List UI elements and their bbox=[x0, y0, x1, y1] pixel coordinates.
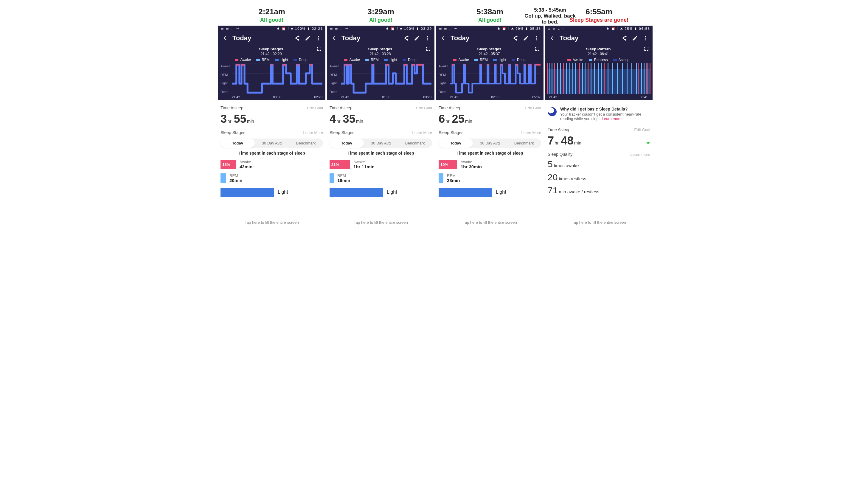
back-icon[interactable] bbox=[549, 35, 555, 42]
sleep-stage-chart[interactable]: 21:4200:0002:20 bbox=[232, 63, 322, 99]
y-axis: AwakeREM LightDeep bbox=[220, 63, 232, 99]
learn-more-link[interactable]: Learn More bbox=[413, 130, 432, 135]
edit-icon[interactable] bbox=[632, 35, 638, 42]
share-icon[interactable] bbox=[621, 35, 627, 42]
time-asleep-label: Time Asleep bbox=[220, 106, 244, 110]
edit-goal-link[interactable]: Edit Goal bbox=[416, 106, 432, 110]
more-icon[interactable] bbox=[533, 35, 540, 42]
svg-point-7 bbox=[536, 37, 537, 38]
sleep-stage-chart[interactable]: 21:4202:0005:37 bbox=[450, 63, 541, 99]
back-icon[interactable] bbox=[331, 35, 337, 42]
sleep-pattern-chart[interactable]: 21:4206:41 bbox=[547, 63, 650, 99]
basic-details-info: Why did I get basic Sleep Details? Your … bbox=[548, 106, 650, 124]
svg-point-9 bbox=[645, 36, 646, 37]
stage-row-rem: REM20min bbox=[220, 173, 323, 183]
seg-benchmark[interactable]: Benchmark bbox=[289, 139, 323, 148]
chart-title: Sleep Stages bbox=[220, 47, 322, 51]
rem-bar bbox=[220, 173, 226, 183]
expand-icon[interactable] bbox=[425, 46, 432, 52]
svg-point-3 bbox=[427, 36, 428, 37]
legend: Awake REM Light Deep bbox=[220, 58, 322, 62]
svg-point-8 bbox=[536, 39, 537, 40]
header-sub-0: All good! bbox=[218, 17, 325, 23]
more-icon[interactable] bbox=[424, 35, 431, 42]
tap-hint[interactable]: Tap here to fill the entire screen bbox=[545, 219, 653, 226]
star-icon: ★ bbox=[646, 140, 650, 146]
sleep-stages-label: Sleep Stages bbox=[220, 130, 245, 135]
edit-goal-link[interactable]: Edit Goal bbox=[634, 127, 650, 132]
svg-point-4 bbox=[427, 37, 428, 38]
share-icon[interactable] bbox=[294, 35, 300, 42]
page-title: Today bbox=[232, 34, 290, 42]
screenshot-2: ▭ ▭ ◌ ⋯✱ ⏰ ⋮ ᴥ 99% ▮ 05:38 Today Sleep S… bbox=[436, 26, 543, 226]
status-right: ✱ ⏰ ⋮ ᴥ 100% ▮ 02:21 bbox=[277, 27, 323, 31]
seg-30day[interactable]: 30 Day Avg bbox=[255, 139, 289, 148]
svg-point-5 bbox=[427, 39, 428, 40]
more-icon[interactable] bbox=[642, 35, 649, 42]
tap-hint[interactable]: Tap here to fill the entire screen bbox=[218, 219, 325, 226]
screenshot-1: ▭ ▭ ◌ ⋯✱ ⏰ ⋮ ᴥ 100% ▮ 03:29 Today Sleep … bbox=[327, 26, 434, 226]
screenshot-3: ⊞ ☼ ⇣ ⋯✱ ⏰ ⋮ ᴥ 95% ▮ 06:55 Today Sleep P… bbox=[545, 26, 653, 226]
time-asleep-value: 3hr55min bbox=[220, 113, 323, 125]
seg-today[interactable]: Today bbox=[220, 139, 255, 148]
svg-point-11 bbox=[645, 39, 646, 40]
awake-pct: 15% bbox=[220, 160, 236, 169]
more-icon[interactable] bbox=[315, 35, 322, 42]
learn-more-link[interactable]: Learn More bbox=[303, 130, 323, 135]
expand-icon[interactable] bbox=[534, 46, 541, 52]
callout-line2: Got up, Walked, back to bed. bbox=[523, 13, 577, 25]
stage-caption: Time spent in each stage of sleep bbox=[220, 151, 323, 155]
callout-line1: 5:38 - 5:45am bbox=[523, 7, 577, 13]
edit-goal-link[interactable]: Edit Goal bbox=[307, 106, 323, 110]
learn-more-link[interactable]: Learn more bbox=[631, 152, 650, 157]
share-icon[interactable] bbox=[403, 35, 409, 42]
learn-more-link[interactable]: Learn More bbox=[522, 130, 541, 135]
svg-point-6 bbox=[536, 36, 537, 37]
edit-icon[interactable] bbox=[414, 35, 420, 42]
header-time-1: 3:29am bbox=[327, 7, 434, 16]
sleep-stage-chart[interactable]: 21:4201:0003:28 bbox=[341, 63, 432, 99]
expand-icon[interactable] bbox=[643, 46, 650, 52]
share-icon[interactable] bbox=[512, 35, 518, 42]
learn-more-link[interactable]: Learn more bbox=[602, 117, 621, 121]
header-time-0: 2:21am bbox=[218, 7, 325, 16]
segmented-control[interactable]: Today30 Day AvgBenchmark bbox=[439, 139, 541, 148]
expand-icon[interactable] bbox=[316, 46, 322, 52]
status-bar: ▭ ▭ ◌ ⋯ ✱ ⏰ ⋮ ᴥ 100% ▮ 02:21 bbox=[218, 26, 325, 32]
stage-row-awake: 15% Awake43min bbox=[220, 160, 323, 169]
back-icon[interactable] bbox=[222, 35, 228, 42]
sleep-quality-list: 5 times awake 20 times restless 71 min a… bbox=[548, 159, 650, 196]
edit-goal-link[interactable]: Edit Goal bbox=[525, 106, 541, 110]
svg-point-1 bbox=[318, 37, 319, 38]
moon-icon bbox=[548, 107, 557, 116]
svg-point-10 bbox=[645, 37, 646, 38]
header-sub-1: All good! bbox=[327, 17, 434, 23]
screenshot-0: ▭ ▭ ◌ ⋯ ✱ ⏰ ⋮ ᴥ 100% ▮ 02:21 Today Sleep… bbox=[218, 26, 325, 226]
svg-point-0 bbox=[318, 36, 319, 37]
back-icon[interactable] bbox=[440, 35, 446, 42]
segmented-control[interactable]: Today 30 Day Avg Benchmark bbox=[220, 139, 323, 148]
chart-range: 21:42 - 02:20 bbox=[220, 52, 322, 56]
tap-hint[interactable]: Tap here to fill the entire screen bbox=[327, 219, 434, 226]
segmented-control[interactable]: Today30 Day AvgBenchmark bbox=[329, 139, 432, 148]
light-bar bbox=[220, 188, 274, 197]
status-left: ▭ ▭ ◌ ⋯ bbox=[220, 27, 239, 31]
edit-icon[interactable] bbox=[305, 35, 311, 42]
tap-hint[interactable]: Tap here to fill the entire screen bbox=[436, 219, 543, 226]
edit-icon[interactable] bbox=[523, 35, 529, 42]
svg-point-2 bbox=[318, 39, 319, 40]
